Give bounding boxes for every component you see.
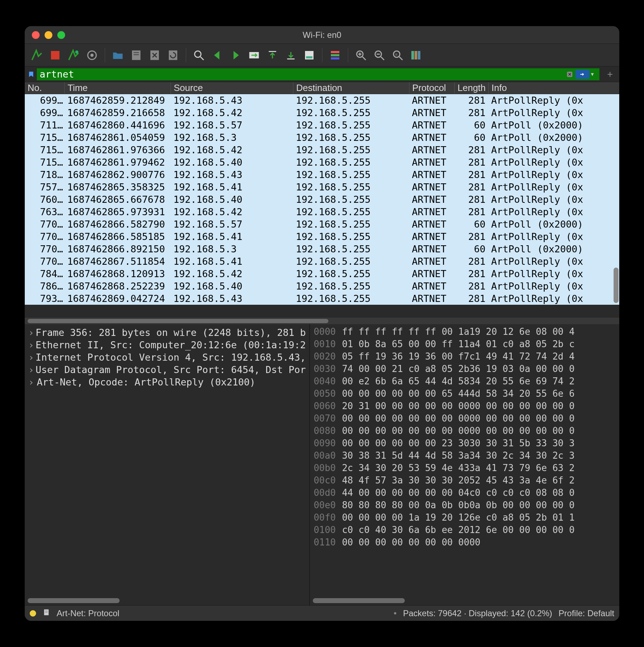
go-back-button[interactable] (209, 47, 225, 63)
hex-line[interactable]: 0000ff ff ff ff ff ff 00 1a19 20 12 6e 0… (314, 326, 616, 339)
column-header-length[interactable]: Length (454, 82, 488, 94)
packet-row[interactable]: 699…1687462859.212849192.168.5.43192.168… (25, 94, 619, 107)
display-filter-input[interactable] (37, 68, 565, 80)
app-window: Wi-Fi: en0 (25, 26, 619, 621)
hex-line[interactable]: 011000 00 00 00 00 00 00 0000 (314, 537, 616, 549)
packet-details-pane[interactable]: ›Frame 356: 281 bytes on wire (2248 bits… (25, 324, 310, 605)
packet-row[interactable]: 763…1687462865.973931192.168.5.42192.168… (25, 206, 619, 218)
details-horizontal-scrollbar[interactable] (28, 598, 306, 603)
packet-bytes-pane[interactable]: 0000ff ff ff ff ff ff 00 1a19 20 12 6e 0… (310, 324, 619, 605)
detail-line[interactable]: ›Ethernet II, Src: Computer_20:12:6e (00… (28, 339, 306, 351)
packet-row[interactable]: 770…1687462866.585185192.168.5.41192.168… (25, 230, 619, 243)
column-header-no[interactable]: No. (25, 82, 64, 94)
hex-line[interactable]: 00c048 4f 57 3a 30 30 30 2052 45 43 3a 4… (314, 475, 616, 487)
hex-line[interactable]: 0100c0 c0 40 30 6a 6b ee 2012 6e 00 00 0… (314, 525, 616, 537)
close-window-button[interactable] (32, 31, 40, 39)
close-file-button[interactable] (147, 47, 162, 63)
svg-point-9 (195, 51, 201, 57)
svg-rect-30 (415, 51, 418, 59)
packet-row[interactable]: 760…1687462865.667678192.168.5.40192.168… (25, 193, 619, 206)
detail-line[interactable]: ›Frame 356: 281 bytes on wire (2248 bits… (28, 326, 306, 339)
hex-line[interactable]: 003074 00 00 21 c0 a8 05 2b36 19 03 0a 0… (314, 363, 616, 376)
restart-capture-button[interactable] (66, 47, 81, 63)
packet-row[interactable]: 784…1687462868.120913192.168.5.42192.168… (25, 268, 619, 280)
hex-line[interactable]: 00d044 00 00 00 00 00 00 04c0 c0 c0 c0 0… (314, 487, 616, 500)
detail-line[interactable]: ›Art-Net, Opcode: ArtPollReply (0x2100) (28, 376, 306, 388)
svg-rect-29 (412, 51, 414, 59)
capture-options-button[interactable] (84, 47, 100, 63)
filter-bookmark-icon[interactable] (27, 69, 35, 80)
packet-row[interactable]: 715…1687462861.979462192.168.5.40192.168… (25, 156, 619, 168)
column-header-destination[interactable]: Destination (293, 82, 409, 94)
hex-line[interactable]: 00b02c 34 30 20 53 59 4e 433a 41 73 79 6… (314, 463, 616, 475)
stop-capture-button[interactable] (47, 47, 63, 63)
hex-line[interactable]: 004000 e2 6b 6a 65 44 4d 5834 20 55 6e 6… (314, 376, 616, 388)
packet-row[interactable]: 718…1687462862.900776192.168.5.43192.168… (25, 168, 619, 181)
start-capture-button[interactable] (29, 47, 45, 63)
packet-row[interactable]: 715…1687462861.976366192.168.5.42192.168… (25, 144, 619, 156)
display-filter-bar: ▾ + (25, 67, 619, 82)
detail-line[interactable]: ›Internet Protocol Version 4, Src: 192.1… (28, 351, 306, 363)
hex-line[interactable]: 008000 00 00 00 00 00 00 0000 00 00 00 0… (314, 425, 616, 438)
svg-rect-0 (51, 51, 59, 59)
hex-line[interactable]: 001001 0b 8a 65 00 00 ff 11a4 01 c0 a8 0… (314, 339, 616, 351)
add-filter-button[interactable]: + (603, 69, 617, 80)
hex-line[interactable]: 006020 31 00 00 00 00 00 0000 00 00 00 0… (314, 401, 616, 413)
window-title: Wi-Fi: en0 (25, 30, 619, 40)
toolbar-separator (348, 48, 348, 62)
save-file-button[interactable] (128, 47, 144, 63)
zoom-out-button[interactable] (372, 47, 387, 63)
hex-line[interactable]: 00f000 00 00 00 1a 19 20 126e c0 a8 05 2… (314, 512, 616, 525)
detail-line[interactable]: ›User Datagram Protocol, Src Port: 6454,… (28, 363, 306, 376)
horizontal-scrollbar[interactable] (25, 317, 619, 324)
resize-columns-button[interactable] (408, 47, 424, 63)
packet-list[interactable]: 699…1687462859.212849192.168.5.43192.168… (25, 94, 619, 317)
zoom-in-button[interactable] (353, 47, 369, 63)
find-packet-button[interactable] (191, 47, 207, 63)
goto-last-button[interactable] (283, 47, 299, 63)
packet-row[interactable]: 699…1687462859.216658192.168.5.42192.168… (25, 107, 619, 119)
expert-info-icon[interactable] (30, 610, 36, 617)
vertical-scrollbar[interactable] (614, 268, 619, 303)
capture-file-properties-icon[interactable] (42, 608, 50, 618)
zoom-reset-button[interactable]: = (390, 47, 406, 63)
clear-filter-button[interactable] (565, 70, 574, 79)
goto-first-button[interactable] (265, 47, 280, 63)
packet-row[interactable]: 786…1687462868.252239192.168.5.40192.168… (25, 280, 619, 292)
zoom-window-button[interactable] (57, 31, 65, 39)
bottom-panes: ›Frame 356: 281 bytes on wire (2248 bits… (25, 324, 619, 605)
toolbar-separator (105, 48, 105, 62)
packet-row[interactable]: 715…1687462861.054059192.168.5.3192.168.… (25, 131, 619, 144)
auto-scroll-button[interactable] (301, 47, 317, 63)
colorize-button[interactable] (327, 47, 343, 63)
svg-point-1 (75, 50, 79, 53)
hex-horizontal-scrollbar[interactable] (313, 598, 616, 603)
go-forward-button[interactable] (228, 47, 243, 63)
packet-row[interactable]: 770…1687462866.582790192.168.5.57192.168… (25, 218, 619, 230)
svg-rect-18 (331, 57, 339, 59)
packet-row[interactable]: 770…1687462867.511854192.168.5.41192.168… (25, 255, 619, 268)
status-profile-label[interactable]: Profile: Default (559, 608, 614, 618)
packet-row[interactable]: 793…1687462869.042724192.168.5.43192.168… (25, 292, 619, 305)
hex-line[interactable]: 007000 00 00 00 00 00 00 0000 00 00 00 0… (314, 413, 616, 425)
column-header-info[interactable]: Info (488, 82, 619, 94)
packet-row[interactable]: 770…1687462866.892150192.168.5.3192.168.… (25, 243, 619, 255)
goto-packet-button[interactable] (246, 47, 262, 63)
column-header-protocol[interactable]: Protocol (409, 82, 454, 94)
packet-row[interactable]: 757…1687462865.358325192.168.5.41192.168… (25, 181, 619, 193)
packet-row[interactable]: 711…1687462860.441696192.168.5.57192.168… (25, 119, 619, 131)
minimize-window-button[interactable] (45, 31, 52, 39)
apply-filter-button[interactable] (575, 70, 590, 79)
hex-line[interactable]: 00e080 80 80 80 00 0a 0b 0b0a 0b 00 00 0… (314, 500, 616, 512)
svg-line-20 (363, 57, 366, 60)
column-header-time[interactable]: Time (64, 82, 171, 94)
open-file-button[interactable] (110, 47, 126, 63)
filter-history-dropdown[interactable]: ▾ (591, 71, 597, 78)
hex-line[interactable]: 00a030 38 31 5d 44 4d 58 3a34 30 2c 34 3… (314, 450, 616, 463)
hex-line[interactable]: 005000 00 00 00 00 00 65 444d 58 34 20 5… (314, 388, 616, 401)
reload-file-button[interactable] (165, 47, 181, 63)
svg-text:=: = (395, 52, 398, 57)
hex-line[interactable]: 002005 ff 19 36 19 36 00 f7c1 49 41 72 7… (314, 351, 616, 363)
hex-line[interactable]: 009000 00 00 00 00 00 23 3030 30 31 5b 3… (314, 438, 616, 450)
column-header-source[interactable]: Source (171, 82, 293, 94)
